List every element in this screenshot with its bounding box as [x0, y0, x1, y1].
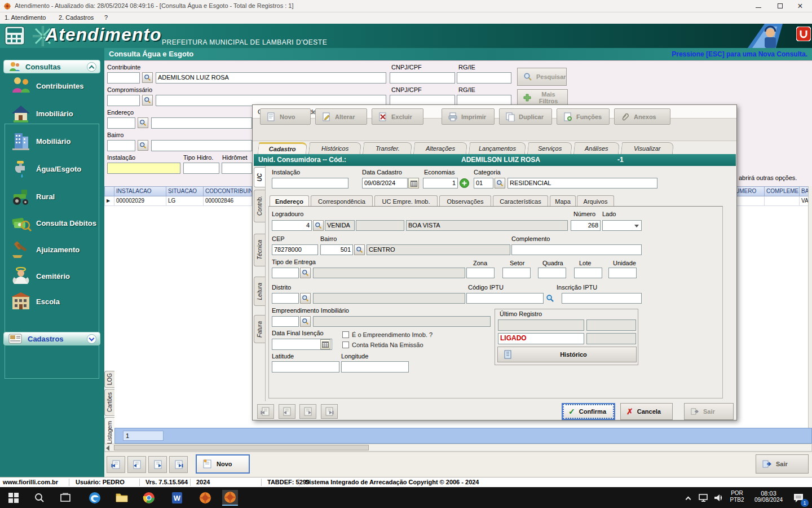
contribuinte-code-input[interactable]: [107, 72, 140, 84]
compromissario-code-input[interactable]: [107, 95, 140, 106]
logradouro-search-button[interactable]: [313, 220, 324, 231]
confirma-button[interactable]: ✓ Confirma: [562, 403, 615, 420]
cancela-button[interactable]: ✗ Cancela: [620, 403, 673, 420]
dialog-side-tab-fatura[interactable]: Fatura: [254, 315, 265, 343]
dlg-data-cadastro-input[interactable]: 09/08/2024: [362, 178, 408, 189]
scroll-left-icon[interactable]: [106, 445, 109, 451]
notification-center-icon[interactable]: 1: [791, 490, 806, 506]
table-cell-complemento[interactable]: [765, 196, 800, 206]
record-next-button[interactable]: [148, 456, 167, 473]
isencao-calendar-button[interactable]: [320, 339, 330, 349]
task-view-icon[interactable]: [58, 490, 73, 506]
contribuinte-cnpj-input[interactable]: [390, 72, 455, 84]
main-sair-button[interactable]: Sair: [756, 454, 809, 474]
dlg-longitude-input[interactable]: [341, 361, 409, 373]
bairro-name-input[interactable]: [151, 140, 252, 151]
sidebar-item-ajuizamento[interactable]: Ajuizamento: [10, 237, 95, 262]
dlg-economias-input[interactable]: 1: [423, 178, 458, 189]
empreendimento-search-button[interactable]: [300, 316, 311, 327]
inner-tab-mapa[interactable]: Mapa: [550, 195, 576, 207]
economias-add-button[interactable]: [459, 178, 470, 189]
dlg-record-next-button[interactable]: [299, 404, 316, 419]
sidebar-item-contribuintes[interactable]: Contribuintes: [10, 73, 95, 98]
sidebar-group-consultas[interactable]: Consultas: [3, 60, 100, 73]
inner-tab-correspondencia[interactable]: Correspondência: [311, 195, 373, 207]
maximize-button[interactable]: [770, 0, 789, 12]
contribuinte-rg-input[interactable]: [457, 72, 511, 84]
iptu-search-button[interactable]: [545, 293, 555, 304]
dialog-tab-alteracoes[interactable]: Alterações: [413, 142, 467, 154]
dialog-side-tab-uc[interactable]: UC: [254, 167, 265, 187]
novo-record-button[interactable]: Novo: [196, 454, 250, 474]
dlg-record-last-button[interactable]: [321, 404, 338, 419]
tipo-entrega-search-button[interactable]: [300, 268, 311, 278]
menu-help[interactable]: ?: [104, 14, 108, 21]
pesquisar-button[interactable]: Pesquisar: [517, 68, 567, 86]
collapse-consultas-button[interactable]: [87, 62, 96, 72]
categoria-search-button[interactable]: [495, 178, 505, 189]
table-cell-numero[interactable]: [733, 196, 765, 206]
sidebar-item-rural[interactable]: Rural: [10, 184, 95, 209]
endereco-code-input[interactable]: [107, 117, 135, 129]
inner-tab-observacoes[interactable]: Observações: [439, 195, 491, 207]
data-cadastro-calendar-button[interactable]: [408, 178, 419, 189]
scrollbar-thumb[interactable]: [114, 445, 369, 450]
dialog-tab-visualizar[interactable]: Visualizar: [621, 142, 674, 154]
dlg-empreendimento-input[interactable]: [272, 316, 299, 327]
file-explorer-icon[interactable]: [114, 490, 130, 506]
dialog-tab-lancamentos[interactable]: Lançamentos: [469, 142, 526, 154]
start-button[interactable]: [6, 490, 21, 506]
dialog-tab-cadastro[interactable]: Cadastro: [258, 142, 307, 154]
conta-retida-checkbox[interactable]: [342, 341, 349, 348]
tipo-hidro-input[interactable]: [183, 163, 219, 174]
dlg-numero-input[interactable]: 268: [571, 220, 601, 231]
dialog-anexos-button[interactable]: Anexos: [614, 108, 670, 125]
sidebar-item-mobiliario[interactable]: Mobiliário: [10, 129, 95, 154]
taskbar-search-icon[interactable]: [32, 490, 47, 506]
dlg-sair-button[interactable]: Sair: [684, 403, 734, 420]
sidebar-item-imobiliario[interactable]: Imobiliário: [10, 101, 95, 126]
language-indicator[interactable]: POR PTB2: [727, 490, 747, 503]
dlg-tipo-entrega-input[interactable]: [272, 268, 299, 278]
fiorilli-app-icon[interactable]: [197, 490, 213, 506]
dialog-side-tab-leitura[interactable]: Leitura: [254, 277, 265, 306]
pager-field[interactable]: 1: [123, 431, 164, 441]
clock[interactable]: 08:03 09/08/2024: [748, 490, 789, 503]
dialog-tab-transfer[interactable]: Transfer.: [363, 142, 412, 154]
fiorilli-active-app-icon[interactable]: [222, 490, 238, 506]
dlg-lado-select[interactable]: [602, 220, 642, 231]
table-header-instalacao[interactable]: INSTALACAO: [114, 186, 166, 196]
close-button[interactable]: ×: [791, 0, 810, 12]
menu-cadastros[interactable]: 2. Cadastros: [59, 14, 94, 21]
inner-tab-endereco[interactable]: Endereço: [270, 195, 309, 207]
dlg-codigo-iptu-input[interactable]: [466, 293, 544, 304]
distrito-search-button[interactable]: [300, 293, 311, 304]
dialog-imprimir-button[interactable]: Imprimir: [442, 108, 495, 125]
dialog-alterar-button[interactable]: Alterar: [315, 108, 367, 125]
table-vertical-scrollbar[interactable]: [808, 186, 812, 428]
sidebar-group-cadastros[interactable]: Cadastros: [3, 332, 100, 345]
minimize-button[interactable]: [749, 0, 768, 12]
contribuinte-search-button[interactable]: [142, 72, 153, 83]
sidebar-item-cemiterio[interactable]: Cemitério: [10, 264, 95, 288]
dlg-instalacao-input[interactable]: [272, 178, 348, 189]
table-cell-instalacao[interactable]: 000002029: [114, 196, 166, 206]
table-cell-codcontribuinte[interactable]: 000002846: [204, 196, 252, 206]
tray-chevron-up-icon[interactable]: [682, 490, 694, 506]
dlg-latitude-input[interactable]: [272, 361, 339, 373]
dialog-duplicar-button[interactable]: Duplicar: [499, 108, 552, 125]
dlg-lote-input[interactable]: [574, 268, 602, 278]
view-tab-listagem[interactable]: Listagem: [104, 417, 114, 448]
inner-tab-uc-empre-imob[interactable]: UC Empre. Imob.: [374, 195, 438, 207]
dlg-categoria-input[interactable]: 01: [474, 178, 493, 189]
record-last-button[interactable]: [169, 456, 188, 473]
dialog-funcoes-button[interactable]: Funções: [557, 108, 610, 125]
edge-icon[interactable]: [87, 490, 103, 506]
horizontal-scrollbar[interactable]: [104, 444, 812, 452]
endereco-search-button[interactable]: [138, 117, 148, 128]
dlg-bairro-cod-input[interactable]: 501: [320, 244, 353, 255]
dlg-cep-input[interactable]: 78278000: [272, 244, 318, 255]
dlg-unidade-input[interactable]: [608, 268, 637, 278]
network-icon[interactable]: [697, 490, 710, 506]
mais-filtros-button[interactable]: Mais Filtros: [517, 89, 568, 106]
